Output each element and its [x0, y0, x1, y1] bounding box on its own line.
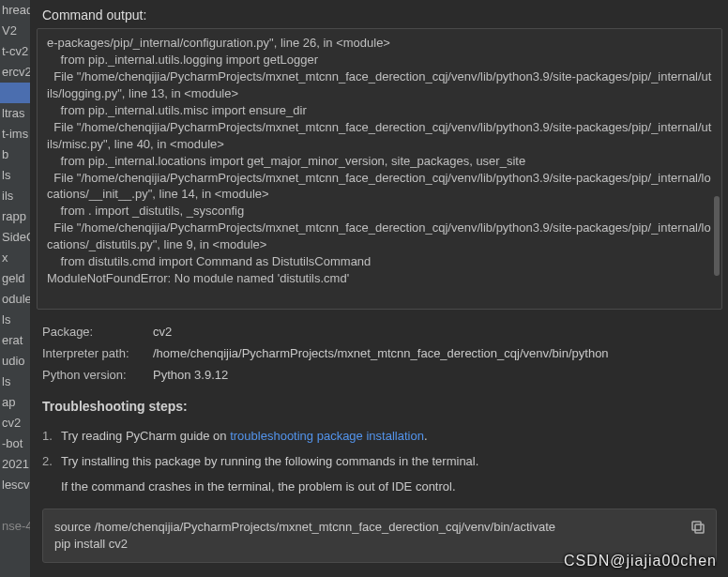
troubleshooting-steps: 1. Try reading PyCharm guide on troubles… [31, 419, 728, 499]
python-version-label: Python version: [42, 368, 153, 382]
command-text[interactable]: source /home/chenqijia/PycharmProjects/m… [54, 519, 678, 553]
sidebar-item[interactable]: V2 [0, 21, 30, 41]
package-label: Package: [42, 325, 153, 339]
sidebar-item[interactable]: ltras [0, 103, 30, 124]
sidebar-item[interactable]: cv2 [0, 413, 30, 433]
package-info: Package: cv2 Interpreter path: /home/che… [31, 315, 728, 386]
sidebar-item[interactable]: lescv [0, 475, 30, 495]
troubleshooting-link[interactable]: troubleshooting package installation [230, 429, 424, 443]
sidebar-item[interactable]: -bot [0, 433, 30, 454]
step-number: 1. [42, 429, 61, 443]
step-post: . [424, 429, 428, 443]
sidebar-item[interactable]: geld [0, 268, 30, 289]
sidebar-item[interactable]: udio [0, 351, 30, 372]
sidebar-item[interactable]: 2021 [0, 454, 30, 475]
sidebar-item[interactable]: hread [0, 0, 30, 21]
sidebar-item[interactable]: rapp [0, 206, 30, 227]
sidebar-item[interactable]: ls [0, 165, 30, 186]
main-panel: Command output: e-packages/pip/_internal… [31, 0, 728, 577]
step-pre: Try reading PyCharm guide on [61, 429, 230, 443]
python-version-value: Python 3.9.12 [153, 368, 228, 382]
output-scrollbar-thumb[interactable] [714, 196, 720, 277]
output-scrollbar[interactable] [714, 35, 720, 303]
sidebar-item[interactable]: t-cv2 [0, 41, 30, 62]
step-text: Try reading PyCharm guide on troubleshoo… [61, 429, 428, 443]
step-text: Try installing this package by running t… [61, 454, 478, 468]
svg-rect-1 [692, 522, 701, 530]
svg-rect-0 [695, 524, 704, 533]
sidebar-item[interactable]: t-ims [0, 124, 30, 144]
command-block: source /home/chenqijia/PycharmProjects/m… [42, 509, 717, 563]
sidebar-item[interactable]: erat [0, 330, 30, 351]
interpreter-path-value: /home/chenqijia/PycharmProjects/mxnet_mt… [153, 346, 609, 360]
copy-icon[interactable] [690, 519, 706, 536]
project-sidebar: hreadV2t-cv2ercv2ltrast-imsblsilsrappSid… [0, 0, 31, 577]
package-value: cv2 [153, 325, 172, 339]
troubleshooting-title: Troubleshooting steps: [31, 386, 728, 419]
sidebar-item[interactable]: ls [0, 372, 30, 392]
sidebar-item[interactable]: ls [0, 310, 30, 330]
sidebar-item[interactable]: ercv2 [0, 62, 30, 83]
step-1: 1. Try reading PyCharm guide on troubles… [42, 423, 717, 448]
step-subtext: If the command crashes in the terminal, … [42, 474, 717, 499]
step-number: 2. [42, 454, 61, 468]
command-output-header: Command output: [31, 0, 728, 28]
sidebar-item[interactable]: odule [0, 289, 30, 310]
interpreter-path-label: Interpreter path: [42, 346, 153, 360]
command-output-box: e-packages/pip/_internal/configuration.p… [37, 28, 722, 310]
step-2: 2. Try installing this package by runnin… [42, 448, 717, 474]
sidebar-item[interactable]: ap [0, 392, 30, 413]
sidebar-item[interactable]: x [0, 248, 30, 268]
sidebar-item[interactable]: ils [0, 186, 30, 206]
sidebar-item[interactable]: nse-4 [0, 516, 30, 537]
sidebar-item[interactable] [0, 83, 30, 103]
sidebar-item[interactable]: SideC [0, 227, 30, 248]
sidebar-item[interactable]: b [0, 144, 30, 165]
command-output-text[interactable]: e-packages/pip/_internal/configuration.p… [47, 35, 712, 287]
